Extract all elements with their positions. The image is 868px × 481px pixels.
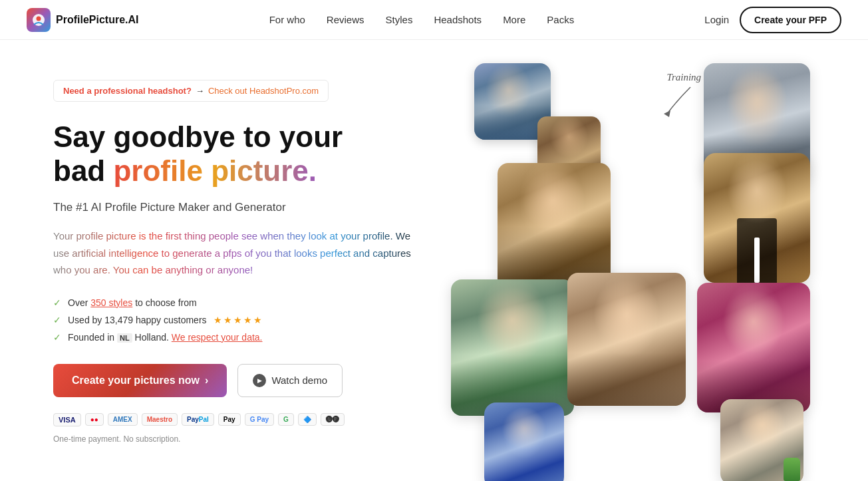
google-badge: G xyxy=(278,413,294,426)
paypal-badge: PayPal xyxy=(182,413,214,426)
generated-photo-9 xyxy=(484,402,564,481)
logo[interactable]: ProfilePicture.AI xyxy=(27,8,138,32)
generated-photo-6 xyxy=(451,279,574,416)
cta-row: Create your pictures now › ▶ Watch demo xyxy=(53,364,426,397)
apple-pay-badge: Pay xyxy=(218,413,241,426)
nav-link-reviews[interactable]: Reviews xyxy=(327,14,364,25)
generated-photo-4 xyxy=(498,163,611,289)
play-icon: ▶ xyxy=(253,374,266,387)
banner-arrow: → xyxy=(196,86,204,96)
main-headline: Say goodbye to your bad profile picture. xyxy=(53,120,426,188)
nav-link-headshots[interactable]: Headshots xyxy=(434,14,482,25)
nav-link-styles[interactable]: Styles xyxy=(386,14,413,25)
checklist-item-founded: ✓ Founded in NL Holland. We respect your… xyxy=(53,332,426,343)
create-btn-label: Create your pictures now xyxy=(72,375,200,387)
nl-flag: NL xyxy=(117,333,132,343)
banner-link-text: Check out HeadshotPro.com xyxy=(208,86,319,96)
styles-link[interactable]: 350 styles xyxy=(90,297,132,308)
generated-photo-8 xyxy=(697,283,810,412)
data-respect-link[interactable]: We respect your data. xyxy=(172,332,263,343)
payment-note: One-time payment. No subscription. xyxy=(53,434,426,444)
navbar: ProfilePicture.AI For who Reviews Styles… xyxy=(0,0,868,40)
create-pfp-button[interactable]: Create your PFP xyxy=(740,7,841,33)
headshot-banner[interactable]: Need a professional headshot? → Check ou… xyxy=(53,80,329,102)
svg-point-1 xyxy=(37,16,41,21)
nav-link-packs[interactable]: Packs xyxy=(547,14,574,25)
left-column: Need a professional headshot? → Check ou… xyxy=(53,67,426,444)
banner-highlight: Need a professional headshot? xyxy=(63,86,192,96)
checklist-founded-text: Founded in NL Holland. We respect your d… xyxy=(68,332,262,343)
mastercard-badge: ●● xyxy=(85,413,104,426)
training-arrow xyxy=(664,84,704,117)
maestro-badge: Maestro xyxy=(142,413,178,426)
payment-methods-row: VISA ●● AMEX Maestro PayPal Pay G Pay G … xyxy=(53,413,426,426)
nav-right: Login Create your PFP xyxy=(704,7,841,33)
headline-colored: profile picture. xyxy=(113,154,317,187)
extra-badge1: 🔷 xyxy=(298,413,317,426)
nav-link-for-who[interactable]: For who xyxy=(269,14,305,25)
visa-badge: VISA xyxy=(53,413,81,426)
checklist-item-customers: ✓ Used by 13,479 happy customers ★★★★★ xyxy=(53,315,426,325)
logo-text: ProfilePicture.AI xyxy=(56,14,138,26)
image-collage: Training set xyxy=(441,53,813,479)
checklist-item-styles: ✓ Over 350 styles to choose from xyxy=(53,297,426,308)
svg-marker-2 xyxy=(664,110,670,117)
watch-demo-button[interactable]: ▶ Watch demo xyxy=(237,364,343,397)
check-icon-1: ✓ xyxy=(53,297,61,308)
headline-part1: Say goodbye to your xyxy=(53,120,343,153)
nav-link-more[interactable]: More xyxy=(503,14,525,25)
hero-description: Your profile picture is the first thing … xyxy=(53,228,426,279)
google-pay-badge: G Pay xyxy=(245,413,274,426)
create-pictures-button[interactable]: Create your pictures now › xyxy=(53,364,227,397)
feature-checklist: ✓ Over 350 styles to choose from ✓ Used … xyxy=(53,297,426,343)
extra-badge2: 🅖🅟 xyxy=(321,413,345,426)
check-icon-3: ✓ xyxy=(53,332,61,343)
create-btn-arrow: › xyxy=(205,375,208,387)
star-rating: ★★★★★ xyxy=(214,315,263,325)
main-container: Need a professional headshot? → Check ou… xyxy=(0,40,868,481)
logo-icon xyxy=(27,8,51,32)
headline-part2: bad xyxy=(53,154,105,187)
banner-link[interactable]: Check out HeadshotPro.com xyxy=(208,86,319,96)
nav-links: For who Reviews Styles Headshots More Pa… xyxy=(269,14,575,25)
checklist-customers-text: Used by 13,479 happy customers xyxy=(68,315,207,325)
subheadline: The #1 AI Profile Picture Maker and Gene… xyxy=(53,201,426,214)
login-button[interactable]: Login xyxy=(704,14,729,25)
checklist-styles-text: Over 350 styles to choose from xyxy=(68,297,197,308)
generated-photo-10 xyxy=(720,399,803,481)
generated-photo-5 xyxy=(704,153,810,283)
right-column: Training set xyxy=(426,67,828,479)
generated-photo-7 xyxy=(567,273,686,406)
amex-badge: AMEX xyxy=(108,413,138,426)
watch-demo-label: Watch demo xyxy=(271,375,327,386)
check-icon-2: ✓ xyxy=(53,315,61,325)
